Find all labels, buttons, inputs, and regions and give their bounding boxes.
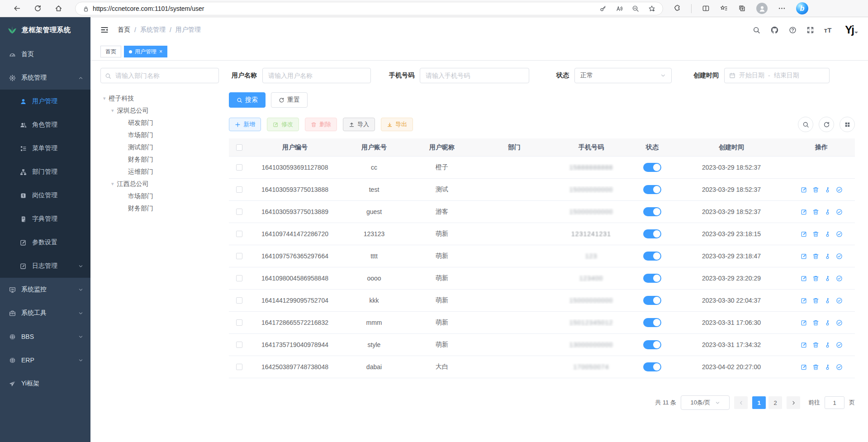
sidebar-item-role-manage[interactable]: 角色管理 [0,113,90,137]
edit-icon[interactable] [801,253,807,260]
user-logo[interactable]: Yj [845,24,854,35]
show-search-button[interactable] [798,117,813,132]
edit-icon[interactable] [801,186,807,193]
edit-icon[interactable] [801,364,807,371]
row-checkbox[interactable] [236,186,242,193]
help-icon[interactable] [789,26,797,34]
status-toggle[interactable] [643,274,661,283]
profile-avatar[interactable] [756,3,768,14]
status-select[interactable]: 正常 [574,68,672,83]
breadcrumb-home[interactable]: 首页 [118,26,130,34]
column-settings-button[interactable] [840,117,855,132]
check-circle-icon[interactable] [836,231,843,238]
delete-icon[interactable] [812,319,819,326]
reset-password-icon[interactable] [824,209,831,215]
tree-node[interactable]: 财务部门 [100,202,219,214]
sidebar-item-system-manage[interactable]: 系统管理 [0,66,90,90]
check-circle-icon[interactable] [836,342,843,348]
sidebar-item-erp[interactable]: ERP [0,348,90,372]
sidebar-item-log-manage[interactable]: 日志管理 [0,254,90,278]
row-checkbox[interactable] [236,342,242,348]
sidebar-item-system-tools[interactable]: 系统工具 [0,301,90,325]
tree-node[interactable]: 市场部门 [100,129,219,141]
row-checkbox[interactable] [236,164,242,171]
search-button[interactable]: 搜索 [229,92,266,108]
tab-user-manage[interactable]: 用户管理 × [124,46,167,57]
extensions-icon[interactable] [673,5,681,12]
delete-icon[interactable] [812,186,819,193]
address-bar[interactable]: https://ccnetcore.com:1101/system/user [75,2,663,15]
sidebar-item-dept-manage[interactable]: 部门管理 [0,160,90,184]
collapse-sidebar-icon[interactable] [100,26,109,34]
sidebar-item-yi-framework[interactable]: Yi框架 [0,372,90,395]
sidebar-item-param-settings[interactable]: 参数设置 [0,231,90,254]
edit-icon[interactable] [801,275,807,282]
dept-search-input[interactable] [100,68,219,83]
tree-node[interactable]: 研发部门 [100,117,219,129]
close-icon[interactable]: × [159,48,162,55]
copilot-icon[interactable]: b [796,2,808,14]
check-circle-icon[interactable] [836,319,843,326]
tree-node[interactable]: ▾橙子科技 [100,92,219,105]
phone-input[interactable] [420,68,529,83]
row-checkbox[interactable] [236,275,242,281]
check-circle-icon[interactable] [836,275,843,282]
edit-icon[interactable] [801,297,807,304]
row-checkbox[interactable] [236,209,242,215]
check-circle-icon[interactable] [836,364,843,371]
tree-node[interactable]: 运维部门 [100,166,219,178]
export-button[interactable]: 导出 [381,118,413,131]
status-toggle[interactable] [643,318,661,327]
modify-button[interactable]: 修改 [267,118,299,131]
sidebar-item-menu-manage[interactable]: 菜单管理 [0,137,90,160]
status-toggle[interactable] [643,252,661,261]
select-all-checkbox[interactable] [236,144,242,151]
fullscreen-icon[interactable] [806,26,814,34]
reset-password-icon[interactable] [824,253,831,260]
status-toggle[interactable] [643,229,661,238]
goto-page-input[interactable] [825,396,844,409]
delete-icon[interactable] [812,342,819,348]
refresh-icon[interactable] [31,2,44,15]
sidebar-item-bbs[interactable]: BBS [0,325,90,348]
reset-password-icon[interactable] [824,319,831,326]
github-icon[interactable] [770,26,779,34]
delete-icon[interactable] [812,297,819,304]
status-toggle[interactable] [643,362,661,371]
row-checkbox[interactable] [236,364,242,370]
delete-icon[interactable] [812,275,819,282]
row-checkbox[interactable] [236,297,242,304]
zoom-out-icon[interactable] [632,5,639,12]
url-text[interactable]: https://ccnetcore.com:1101/system/user [93,5,599,12]
sidebar-item-post-manage[interactable]: 岗位管理 [0,184,90,207]
date-range-picker[interactable]: 开始日期 - 结束日期 [724,68,830,83]
delete-icon[interactable] [812,209,819,215]
collections-icon[interactable] [738,5,746,12]
search-icon[interactable] [753,26,760,34]
reset-password-icon[interactable] [824,186,831,193]
tree-node[interactable]: ▾江西总公司 [100,178,219,190]
user-menu[interactable]: Yj [845,24,858,35]
status-toggle[interactable] [643,163,661,172]
sidebar-item-user-manage[interactable]: 用户管理 [0,90,90,113]
back-icon[interactable] [10,2,24,15]
delete-icon[interactable] [812,231,819,238]
favorites-bar-icon[interactable] [720,5,728,12]
status-toggle[interactable] [643,185,661,194]
reset-button[interactable]: 重置 [271,92,308,108]
refresh-table-button[interactable] [819,117,834,132]
edit-icon[interactable] [801,231,807,238]
tree-node[interactable]: 财务部门 [100,153,219,166]
row-checkbox[interactable] [236,319,242,326]
row-checkbox[interactable] [236,231,242,237]
add-button[interactable]: 新增 [229,118,261,131]
read-aloud-icon[interactable] [616,5,623,12]
delete-icon[interactable] [812,364,819,371]
status-toggle[interactable] [643,296,661,305]
page-button-1[interactable]: 1 [752,396,766,409]
check-circle-icon[interactable] [836,186,843,193]
username-input[interactable] [262,68,371,83]
tree-node[interactable]: ▾深圳总公司 [100,105,219,117]
reset-password-icon[interactable] [824,231,831,238]
delete-button[interactable]: 删除 [305,118,337,131]
